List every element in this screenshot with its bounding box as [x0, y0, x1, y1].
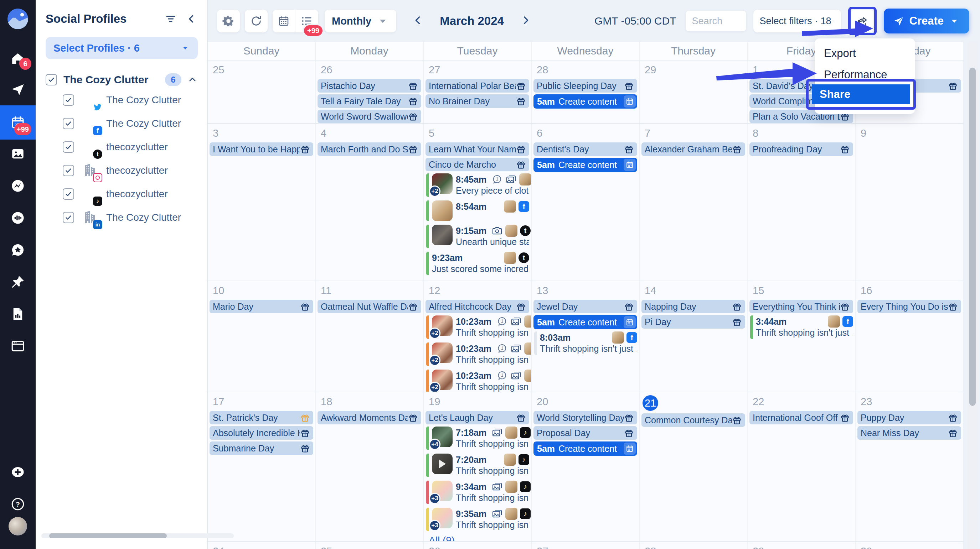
profile-checkbox[interactable]	[63, 188, 74, 200]
rail-item-publishing[interactable]	[0, 74, 36, 105]
prev-month-button[interactable]	[412, 14, 424, 28]
holiday-event[interactable]: Everything You Think is Wro…	[749, 300, 853, 313]
scheduled-task[interactable]: 5amCreate content	[533, 441, 637, 456]
profile-row-twitter[interactable]: The Cozy Clutter	[36, 88, 207, 112]
scheduled-post[interactable]: 7:20am♪Thrift shopping isn't…	[426, 454, 529, 477]
rail-item-web[interactable]	[0, 330, 36, 362]
filter-icon[interactable]	[164, 13, 177, 25]
rail-item-calendar[interactable]: 31+99	[0, 105, 36, 140]
group-checkbox[interactable]	[46, 74, 57, 86]
holiday-event[interactable]: Near Miss Day	[858, 426, 961, 440]
scheduled-task[interactable]: 5amCreate content	[533, 94, 637, 109]
rail-item-media[interactable]	[0, 138, 36, 170]
holiday-event[interactable]: March Forth and Do Someth…	[318, 143, 421, 156]
holiday-event[interactable]: Pi Day	[641, 315, 745, 328]
search-input[interactable]	[686, 11, 746, 31]
show-all-link[interactable]: All (9)	[429, 535, 531, 541]
vertical-scrollbar[interactable]	[969, 68, 976, 406]
vista-social-logo[interactable]	[8, 8, 28, 29]
refresh-button[interactable]	[245, 10, 267, 32]
holiday-event[interactable]: Pistachio Day	[318, 79, 421, 92]
holiday-event[interactable]: World Sword Swallowers Day	[318, 109, 421, 123]
menu-item-performance[interactable]: Performance	[815, 60, 915, 81]
holiday-event[interactable]: Learn What Your Name Mea…	[425, 143, 529, 156]
rail-item-listening[interactable]	[0, 202, 36, 233]
holiday-event[interactable]: Napping Day	[641, 300, 745, 313]
show-all-link[interactable]: All (10)	[429, 279, 531, 281]
holiday-event[interactable]: Awkward Moments Day	[318, 411, 421, 424]
chevron-up-icon[interactable]	[187, 75, 198, 85]
profile-checkbox[interactable]	[63, 141, 74, 153]
profile-row-instagram[interactable]: thecozyclutter	[36, 159, 207, 182]
holiday-event[interactable]: Mario Day	[210, 300, 313, 313]
scheduled-post[interactable]: 8:54amf	[426, 200, 529, 221]
scheduled-post[interactable]: +39:35am♪Thrift shopping isn't…	[426, 508, 529, 531]
profile-row-tiktok[interactable]: ♪thecozyclutter	[36, 182, 207, 206]
holiday-event[interactable]: Cinco de Marcho	[425, 158, 529, 171]
profile-checkbox[interactable]	[63, 118, 74, 129]
select-profiles-dropdown[interactable]: Select Profiles · 6	[46, 37, 198, 59]
timezone-label: GMT -05:00 CDT	[594, 15, 676, 27]
scheduled-task[interactable]: 5amCreate content	[533, 158, 637, 172]
next-month-button[interactable]	[520, 14, 532, 28]
profile-row-linkedin[interactable]: inThe Cozy Clutter	[36, 206, 207, 229]
profile-checkbox[interactable]	[63, 212, 74, 223]
scheduled-post[interactable]: +28:45am1tEvery piece of clothi…	[426, 173, 529, 197]
scheduled-post[interactable]: 9:23amtJust scored some incredi…	[426, 252, 529, 275]
holiday-label: Alfred Hitchcock Day	[429, 301, 516, 312]
rail-item-reviews[interactable]	[0, 234, 36, 266]
holiday-event[interactable]: I Want You to be Happy Day	[210, 143, 313, 156]
holiday-event[interactable]: Oatmeal Nut Waffle Day	[318, 300, 421, 313]
holiday-event[interactable]: No Brainer Day	[425, 94, 529, 108]
holiday-event[interactable]: Alfred Hitchcock Day	[425, 300, 529, 313]
holiday-event[interactable]: Public Sleeping Day	[533, 79, 637, 92]
menu-item-share[interactable]: Share	[812, 84, 910, 104]
holiday-event[interactable]: Jewel Day	[533, 300, 637, 313]
scheduled-post[interactable]: +47:18am♪Thrift shopping isn't…	[426, 427, 529, 450]
scheduled-post[interactable]: +210:23am1tThrift shopping isn't…	[426, 343, 529, 366]
holiday-event[interactable]: Alexander Graham Bell Day	[641, 143, 745, 156]
rail-item-add[interactable]	[0, 457, 36, 488]
settings-button[interactable]	[217, 10, 240, 32]
scheduled-post[interactable]: +39:34am♪Thrift shopping isn't…	[426, 481, 529, 504]
holiday-event[interactable]: Dentist's Day	[533, 143, 637, 156]
holiday-event[interactable]: Every Thing You Do is Right …	[858, 300, 961, 313]
profile-checkbox[interactable]	[63, 94, 74, 106]
calendar-view-button[interactable]	[273, 10, 296, 32]
rail-item-pinned[interactable]	[0, 266, 36, 298]
holiday-event[interactable]: World Storytelling Day	[533, 411, 637, 424]
view-mode-dropdown[interactable]: Monthly	[325, 10, 396, 32]
share-export-button[interactable]	[851, 10, 873, 32]
holiday-event[interactable]: International Goof Off Day	[749, 411, 853, 424]
holiday-event[interactable]: Puppy Day	[858, 411, 961, 424]
holiday-event[interactable]: Let's Laugh Day	[425, 411, 529, 424]
profile-row-tumblr[interactable]: tthecozyclutter	[36, 135, 207, 159]
user-avatar[interactable]	[8, 517, 27, 535]
scheduled-task[interactable]: 5amCreate content	[533, 315, 637, 329]
rail-item-reports[interactable]	[0, 298, 36, 330]
scheduled-post[interactable]: 3:44amfThrift shopping isn't just …	[750, 316, 853, 339]
select-filters-dropdown[interactable]: Select filters · 18	[753, 10, 841, 32]
create-button[interactable]: Create	[884, 8, 970, 33]
profile-row-facebook[interactable]: fThe Cozy Clutter	[36, 112, 207, 135]
rail-item-help[interactable]: ?	[0, 489, 36, 520]
collapse-panel-icon[interactable]	[185, 13, 198, 25]
facebook-icon: f	[842, 316, 853, 327]
scheduled-post[interactable]: 9:15amtUnearth unique stat…	[426, 225, 529, 248]
scheduled-post[interactable]: +210:23am1Thrift shopping isn't…	[426, 316, 529, 339]
menu-item-export[interactable]: Export	[815, 38, 915, 60]
rail-item-inbox[interactable]	[0, 170, 36, 202]
holiday-event[interactable]: Absolutely Incredible Kid Day	[210, 426, 313, 440]
holiday-event[interactable]: St. Patrick's Day	[210, 411, 313, 424]
holiday-event[interactable]: Submarine Day	[210, 441, 313, 455]
scheduled-post[interactable]: +210:23am1fThrift shopping isn't…	[426, 370, 529, 392]
horizontal-scrollbar[interactable]	[41, 533, 234, 538]
holiday-event[interactable]: International Polar Bear Day	[425, 79, 529, 92]
holiday-event[interactable]: Proposal Day	[533, 426, 637, 440]
holiday-event[interactable]: Tell a Fairy Tale Day	[318, 94, 421, 108]
rail-item-home[interactable]: 6	[0, 43, 36, 74]
scheduled-post[interactable]: 8:03amfThrift shopping isn't just …	[534, 332, 637, 355]
holiday-event[interactable]: Proofreading Day	[749, 143, 853, 156]
profile-checkbox[interactable]	[63, 165, 74, 176]
holiday-event[interactable]: Common Courtesy Day	[641, 413, 745, 427]
